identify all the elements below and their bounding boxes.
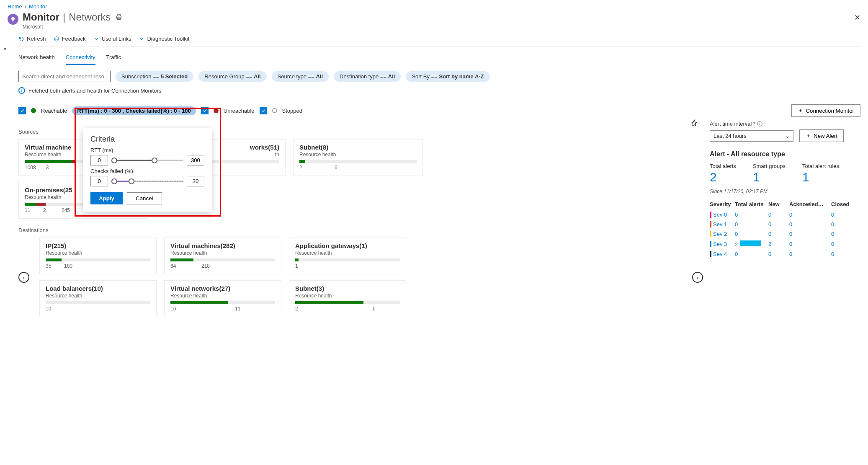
cancel-button[interactable]: Cancel bbox=[127, 192, 162, 204]
info-icon: i bbox=[18, 87, 25, 94]
rtt-label: RTT (ms) bbox=[90, 147, 204, 153]
rtt-max-input[interactable] bbox=[187, 155, 204, 165]
chevron-down-icon: ⌄ bbox=[785, 133, 790, 139]
interval-label: Alert time interval * ⓘ bbox=[710, 121, 762, 127]
filter-sort[interactable]: Sort By == Sort by name A-Z bbox=[406, 71, 489, 82]
source-subnet-card[interactable]: Subnet(8) Resource health 26 bbox=[293, 139, 423, 176]
dest-lb-card[interactable]: Load balancers(10) Resource health 10 bbox=[39, 280, 157, 317]
criteria-pill[interactable]: RTT(ms) : 0 - 300 , Checks failed(%) : 0… bbox=[72, 106, 196, 115]
refresh-button[interactable]: Refresh bbox=[18, 36, 46, 42]
sev-row[interactable]: Sev 0 0 0 0 0 bbox=[710, 210, 860, 220]
breadcrumb: Home › Monitor bbox=[8, 3, 860, 10]
alerts-panel: Alert time interval * ⓘ Last 24 hours ⌄ … bbox=[710, 120, 860, 317]
smart-groups-value[interactable]: 1 bbox=[753, 170, 786, 184]
plus-icon: ＋ bbox=[798, 107, 803, 114]
close-icon[interactable]: ✕ bbox=[854, 13, 860, 22]
feedback-label: Feedback bbox=[62, 36, 86, 42]
svg-point-3 bbox=[54, 36, 59, 41]
status-row: Reachable RTT(ms) : 0 - 300 , Checks fai… bbox=[18, 104, 860, 117]
tab-connectivity[interactable]: Connectivity bbox=[66, 52, 95, 65]
dest-agw-card[interactable]: Application gateways(1) Resource health … bbox=[289, 238, 406, 274]
checks-label: Checks failed (%) bbox=[90, 168, 204, 174]
reachable-label: Reachable bbox=[41, 108, 67, 114]
filters: Subscription == 5 Selected Resource Grou… bbox=[18, 71, 860, 82]
diagnostic-button[interactable]: Diagnostic Toolkit bbox=[139, 36, 189, 42]
sev-row[interactable]: Sev 2 0 0 0 0 bbox=[710, 229, 860, 239]
search-input[interactable] bbox=[18, 71, 111, 82]
destinations-label: Destinations bbox=[18, 227, 703, 233]
rtt-thumb-max[interactable] bbox=[152, 158, 157, 163]
breadcrumb-current[interactable]: Monitor bbox=[29, 3, 47, 10]
unreachable-dot-icon bbox=[214, 108, 219, 113]
checks-slider[interactable] bbox=[111, 177, 183, 186]
reachable-checkbox[interactable] bbox=[18, 107, 26, 114]
tabs: Network health Connectivity Traffic bbox=[18, 52, 860, 65]
refresh-label: Refresh bbox=[27, 36, 46, 42]
page-org: Microsoft bbox=[23, 24, 122, 30]
sev-row[interactable]: Sev 4 0 0 0 0 bbox=[710, 249, 860, 259]
filter-destination-type[interactable]: Destination type == All bbox=[334, 71, 401, 82]
info-message: i Fetched both alerts and health for Con… bbox=[18, 87, 860, 94]
rtt-thumb-min[interactable] bbox=[111, 158, 117, 163]
info-small-icon: ⓘ bbox=[757, 121, 762, 127]
dest-vnet-card[interactable]: Virtual networks(27) Resource health 161… bbox=[164, 280, 281, 317]
since-text: Since 11/17/20, 02:17 PM bbox=[710, 189, 860, 194]
expand-icon[interactable]: » bbox=[3, 45, 6, 52]
useful-label: Useful Links bbox=[102, 36, 131, 42]
popover-title: Criteria bbox=[90, 135, 204, 144]
checks-max-input[interactable] bbox=[187, 176, 204, 186]
severity-table: Severity Total alerts New Acknowled… Clo… bbox=[710, 201, 860, 259]
pin-icon[interactable] bbox=[690, 119, 698, 128]
breadcrumb-home[interactable]: Home bbox=[8, 3, 22, 10]
rtt-min-input[interactable] bbox=[90, 155, 108, 165]
interval-select[interactable]: Last 24 hours ⌄ bbox=[710, 130, 793, 142]
filter-source-type[interactable]: Source type == All bbox=[272, 71, 329, 82]
new-alert-button[interactable]: ＋New Alert bbox=[799, 129, 844, 142]
print-icon[interactable] bbox=[116, 14, 122, 22]
alert-stats: Total alerts 2 Smart groups 1 Total aler… bbox=[710, 163, 860, 184]
dest-ip-card[interactable]: IP(215) Resource health 35180 bbox=[39, 238, 157, 274]
rtt-slider[interactable] bbox=[111, 156, 183, 165]
plus-icon: ＋ bbox=[806, 132, 811, 140]
page-header: Monitor | Networks Microsoft ✕ bbox=[8, 11, 860, 30]
sev-row[interactable]: Sev 3 2 2 0 0 bbox=[710, 239, 860, 249]
useful-links-button[interactable]: Useful Links bbox=[93, 36, 131, 42]
dest-vm-card[interactable]: Virtual machines(282) Resource health 64… bbox=[164, 238, 281, 274]
toolkit-label: Diagnostic Toolkit bbox=[147, 36, 189, 42]
checks-thumb-max[interactable] bbox=[129, 178, 134, 184]
feedback-button[interactable]: Feedback bbox=[54, 36, 86, 42]
bar-chip bbox=[740, 240, 761, 246]
dest-subnet-card[interactable]: Subnet(3) Resource health 21 bbox=[289, 280, 406, 317]
tab-traffic[interactable]: Traffic bbox=[106, 52, 121, 65]
checks-min-input[interactable] bbox=[90, 176, 108, 186]
filter-resource-group[interactable]: Resource Group == All bbox=[198, 71, 266, 82]
checks-thumb-min[interactable] bbox=[111, 178, 117, 184]
filter-subscription[interactable]: Subscription == 5 Selected bbox=[116, 71, 193, 82]
page-subtitle: Networks bbox=[69, 11, 111, 23]
toolbar: Refresh Feedback Useful Links Diagnostic… bbox=[8, 36, 860, 42]
scroll-left-icon[interactable]: ‹ bbox=[18, 272, 29, 283]
total-alerts-value[interactable]: 2 bbox=[710, 170, 736, 184]
sev-row[interactable]: Sev 1 0 0 0 0 bbox=[710, 220, 860, 229]
reachable-dot-icon bbox=[31, 108, 36, 113]
criteria-popover: Criteria RTT (ms) Checks failed (%) Appl… bbox=[83, 128, 212, 212]
stopped-dot-icon bbox=[272, 108, 277, 113]
unreachable-checkbox[interactable] bbox=[201, 107, 209, 114]
connection-monitor-button[interactable]: ＋Connection Monitor bbox=[791, 104, 860, 117]
stopped-label: Stopped bbox=[282, 108, 302, 114]
info-text: Fetched both alerts and health for Conne… bbox=[28, 88, 161, 94]
breadcrumb-sep: › bbox=[25, 3, 26, 10]
tab-network-health[interactable]: Network health bbox=[18, 52, 55, 65]
card-sub: Resource health bbox=[299, 152, 417, 158]
alert-rules-value[interactable]: 1 bbox=[802, 170, 839, 184]
insights-icon bbox=[8, 14, 18, 25]
unreachable-label: Unreachable bbox=[224, 108, 255, 114]
alert-heading: Alert - All resource type bbox=[710, 150, 860, 158]
card-title: Subnet(8) bbox=[299, 144, 417, 151]
scroll-right-icon[interactable]: › bbox=[692, 272, 703, 283]
apply-button[interactable]: Apply bbox=[90, 192, 123, 204]
page-title: Monitor bbox=[23, 11, 59, 23]
stopped-checkbox[interactable] bbox=[260, 107, 267, 114]
